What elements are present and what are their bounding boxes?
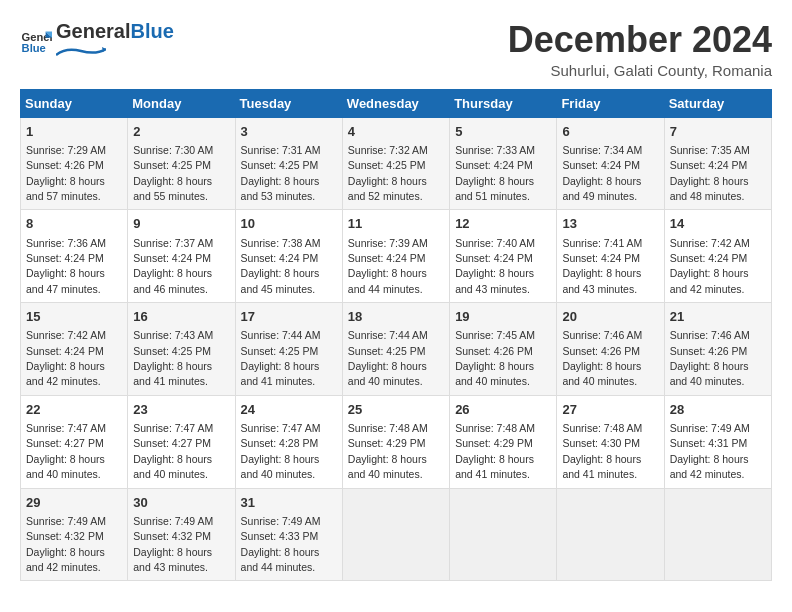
calendar-cell: 1Sunrise: 7:29 AMSunset: 4:26 PMDaylight… bbox=[21, 117, 128, 210]
day-info: Sunrise: 7:39 AMSunset: 4:24 PMDaylight:… bbox=[348, 237, 428, 295]
day-number: 18 bbox=[348, 308, 444, 326]
calendar-cell: 10Sunrise: 7:38 AMSunset: 4:24 PMDayligh… bbox=[235, 210, 342, 303]
day-info: Sunrise: 7:44 AMSunset: 4:25 PMDaylight:… bbox=[241, 329, 321, 387]
calendar-cell: 14Sunrise: 7:42 AMSunset: 4:24 PMDayligh… bbox=[664, 210, 771, 303]
day-info: Sunrise: 7:42 AMSunset: 4:24 PMDaylight:… bbox=[670, 237, 750, 295]
weekday-header-saturday: Saturday bbox=[664, 89, 771, 117]
calendar-cell: 7Sunrise: 7:35 AMSunset: 4:24 PMDaylight… bbox=[664, 117, 771, 210]
calendar-week-row: 8Sunrise: 7:36 AMSunset: 4:24 PMDaylight… bbox=[21, 210, 772, 303]
calendar-cell bbox=[450, 488, 557, 581]
calendar-cell: 29Sunrise: 7:49 AMSunset: 4:32 PMDayligh… bbox=[21, 488, 128, 581]
calendar-cell: 9Sunrise: 7:37 AMSunset: 4:24 PMDaylight… bbox=[128, 210, 235, 303]
weekday-header-tuesday: Tuesday bbox=[235, 89, 342, 117]
calendar-cell: 2Sunrise: 7:30 AMSunset: 4:25 PMDaylight… bbox=[128, 117, 235, 210]
calendar-cell: 6Sunrise: 7:34 AMSunset: 4:24 PMDaylight… bbox=[557, 117, 664, 210]
svg-text:Blue: Blue bbox=[22, 42, 46, 54]
day-number: 13 bbox=[562, 215, 658, 233]
calendar-cell: 27Sunrise: 7:48 AMSunset: 4:30 PMDayligh… bbox=[557, 395, 664, 488]
day-number: 31 bbox=[241, 494, 337, 512]
day-number: 15 bbox=[26, 308, 122, 326]
day-number: 19 bbox=[455, 308, 551, 326]
day-number: 11 bbox=[348, 215, 444, 233]
calendar-cell: 24Sunrise: 7:47 AMSunset: 4:28 PMDayligh… bbox=[235, 395, 342, 488]
day-info: Sunrise: 7:36 AMSunset: 4:24 PMDaylight:… bbox=[26, 237, 106, 295]
day-info: Sunrise: 7:44 AMSunset: 4:25 PMDaylight:… bbox=[348, 329, 428, 387]
calendar-cell: 19Sunrise: 7:45 AMSunset: 4:26 PMDayligh… bbox=[450, 303, 557, 396]
day-number: 22 bbox=[26, 401, 122, 419]
day-info: Sunrise: 7:31 AMSunset: 4:25 PMDaylight:… bbox=[241, 144, 321, 202]
day-info: Sunrise: 7:48 AMSunset: 4:29 PMDaylight:… bbox=[348, 422, 428, 480]
logo-swoosh bbox=[56, 45, 106, 57]
calendar-cell: 4Sunrise: 7:32 AMSunset: 4:25 PMDaylight… bbox=[342, 117, 449, 210]
day-number: 17 bbox=[241, 308, 337, 326]
day-info: Sunrise: 7:45 AMSunset: 4:26 PMDaylight:… bbox=[455, 329, 535, 387]
day-number: 16 bbox=[133, 308, 229, 326]
calendar-cell: 8Sunrise: 7:36 AMSunset: 4:24 PMDaylight… bbox=[21, 210, 128, 303]
calendar-cell bbox=[557, 488, 664, 581]
calendar-cell: 25Sunrise: 7:48 AMSunset: 4:29 PMDayligh… bbox=[342, 395, 449, 488]
calendar-cell: 21Sunrise: 7:46 AMSunset: 4:26 PMDayligh… bbox=[664, 303, 771, 396]
day-info: Sunrise: 7:49 AMSunset: 4:33 PMDaylight:… bbox=[241, 515, 321, 573]
weekday-header-thursday: Thursday bbox=[450, 89, 557, 117]
logo-text-blue: Blue bbox=[130, 20, 173, 43]
month-title: December 2024 bbox=[508, 20, 772, 60]
day-info: Sunrise: 7:49 AMSunset: 4:31 PMDaylight:… bbox=[670, 422, 750, 480]
day-info: Sunrise: 7:38 AMSunset: 4:24 PMDaylight:… bbox=[241, 237, 321, 295]
day-info: Sunrise: 7:32 AMSunset: 4:25 PMDaylight:… bbox=[348, 144, 428, 202]
day-number: 14 bbox=[670, 215, 766, 233]
calendar-header: SundayMondayTuesdayWednesdayThursdayFrid… bbox=[21, 89, 772, 117]
calendar-cell: 12Sunrise: 7:40 AMSunset: 4:24 PMDayligh… bbox=[450, 210, 557, 303]
day-info: Sunrise: 7:41 AMSunset: 4:24 PMDaylight:… bbox=[562, 237, 642, 295]
day-number: 28 bbox=[670, 401, 766, 419]
day-info: Sunrise: 7:33 AMSunset: 4:24 PMDaylight:… bbox=[455, 144, 535, 202]
weekday-header-friday: Friday bbox=[557, 89, 664, 117]
subtitle: Suhurlui, Galati County, Romania bbox=[508, 62, 772, 79]
day-info: Sunrise: 7:48 AMSunset: 4:30 PMDaylight:… bbox=[562, 422, 642, 480]
calendar-body: 1Sunrise: 7:29 AMSunset: 4:26 PMDaylight… bbox=[21, 117, 772, 581]
calendar-cell: 3Sunrise: 7:31 AMSunset: 4:25 PMDaylight… bbox=[235, 117, 342, 210]
day-info: Sunrise: 7:49 AMSunset: 4:32 PMDaylight:… bbox=[133, 515, 213, 573]
weekday-header-monday: Monday bbox=[128, 89, 235, 117]
calendar-cell: 20Sunrise: 7:46 AMSunset: 4:26 PMDayligh… bbox=[557, 303, 664, 396]
calendar-cell: 16Sunrise: 7:43 AMSunset: 4:25 PMDayligh… bbox=[128, 303, 235, 396]
day-info: Sunrise: 7:47 AMSunset: 4:27 PMDaylight:… bbox=[133, 422, 213, 480]
weekday-header-row: SundayMondayTuesdayWednesdayThursdayFrid… bbox=[21, 89, 772, 117]
weekday-header-wednesday: Wednesday bbox=[342, 89, 449, 117]
calendar-cell: 31Sunrise: 7:49 AMSunset: 4:33 PMDayligh… bbox=[235, 488, 342, 581]
day-number: 20 bbox=[562, 308, 658, 326]
day-number: 24 bbox=[241, 401, 337, 419]
calendar-cell bbox=[342, 488, 449, 581]
day-number: 2 bbox=[133, 123, 229, 141]
title-block: December 2024 Suhurlui, Galati County, R… bbox=[508, 20, 772, 79]
day-info: Sunrise: 7:46 AMSunset: 4:26 PMDaylight:… bbox=[670, 329, 750, 387]
calendar-cell bbox=[664, 488, 771, 581]
page-header: General Blue GeneralBlue December 2024 S… bbox=[20, 20, 772, 79]
calendar-cell: 23Sunrise: 7:47 AMSunset: 4:27 PMDayligh… bbox=[128, 395, 235, 488]
day-info: Sunrise: 7:29 AMSunset: 4:26 PMDaylight:… bbox=[26, 144, 106, 202]
day-number: 12 bbox=[455, 215, 551, 233]
day-number: 8 bbox=[26, 215, 122, 233]
day-info: Sunrise: 7:47 AMSunset: 4:27 PMDaylight:… bbox=[26, 422, 106, 480]
calendar-cell: 18Sunrise: 7:44 AMSunset: 4:25 PMDayligh… bbox=[342, 303, 449, 396]
day-number: 7 bbox=[670, 123, 766, 141]
day-number: 21 bbox=[670, 308, 766, 326]
day-info: Sunrise: 7:47 AMSunset: 4:28 PMDaylight:… bbox=[241, 422, 321, 480]
calendar-cell: 28Sunrise: 7:49 AMSunset: 4:31 PMDayligh… bbox=[664, 395, 771, 488]
day-number: 10 bbox=[241, 215, 337, 233]
logo-text-general: General bbox=[56, 20, 130, 43]
day-info: Sunrise: 7:40 AMSunset: 4:24 PMDaylight:… bbox=[455, 237, 535, 295]
day-info: Sunrise: 7:34 AMSunset: 4:24 PMDaylight:… bbox=[562, 144, 642, 202]
day-info: Sunrise: 7:46 AMSunset: 4:26 PMDaylight:… bbox=[562, 329, 642, 387]
day-info: Sunrise: 7:35 AMSunset: 4:24 PMDaylight:… bbox=[670, 144, 750, 202]
calendar-cell: 30Sunrise: 7:49 AMSunset: 4:32 PMDayligh… bbox=[128, 488, 235, 581]
weekday-header-sunday: Sunday bbox=[21, 89, 128, 117]
day-info: Sunrise: 7:48 AMSunset: 4:29 PMDaylight:… bbox=[455, 422, 535, 480]
day-info: Sunrise: 7:37 AMSunset: 4:24 PMDaylight:… bbox=[133, 237, 213, 295]
calendar-table: SundayMondayTuesdayWednesdayThursdayFrid… bbox=[20, 89, 772, 582]
calendar-cell: 17Sunrise: 7:44 AMSunset: 4:25 PMDayligh… bbox=[235, 303, 342, 396]
day-number: 27 bbox=[562, 401, 658, 419]
calendar-week-row: 15Sunrise: 7:42 AMSunset: 4:24 PMDayligh… bbox=[21, 303, 772, 396]
day-info: Sunrise: 7:42 AMSunset: 4:24 PMDaylight:… bbox=[26, 329, 106, 387]
calendar-cell: 11Sunrise: 7:39 AMSunset: 4:24 PMDayligh… bbox=[342, 210, 449, 303]
day-number: 1 bbox=[26, 123, 122, 141]
